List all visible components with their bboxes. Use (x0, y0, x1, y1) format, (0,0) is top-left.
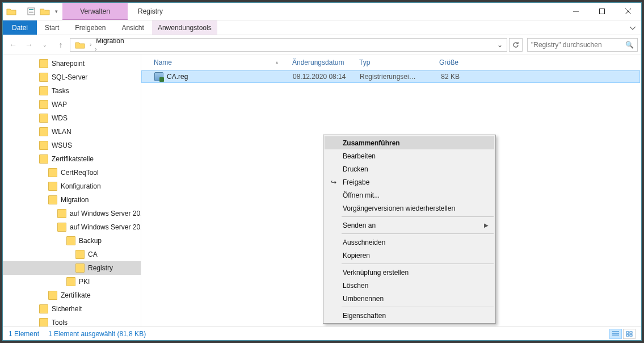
new-folder-icon[interactable] (39, 5, 51, 18)
address-dropdown-icon[interactable]: ⌄ (495, 41, 505, 49)
tab-file[interactable]: Datei (3, 20, 37, 35)
column-name[interactable]: Name▴ (149, 58, 288, 66)
menu-separator (342, 233, 494, 234)
tree-node[interactable]: Migration (3, 193, 141, 207)
folder-icon[interactable] (5, 5, 18, 18)
menu-copy[interactable]: Kopieren (325, 249, 494, 262)
up-button[interactable]: ↑ (54, 38, 68, 52)
address-bar[interactable]: › AdminArea›Services›Zertifikatstelle›Mi… (70, 38, 507, 52)
tree-node-label: WAP (52, 101, 67, 108)
tree-node[interactable]: WLAN (3, 125, 141, 139)
menu-rename[interactable]: Umbenennen (325, 292, 494, 305)
tree-node[interactable]: Sicherheit (3, 302, 141, 316)
folder-icon (48, 182, 57, 191)
menu-open-with[interactable]: Öffnen mit... (325, 189, 494, 202)
folder-icon (39, 86, 48, 95)
menu-send-to[interactable]: Senden an▶ (325, 219, 494, 232)
menu-print[interactable]: Drucken (325, 162, 494, 175)
tree-node[interactable]: SQL-Server (3, 70, 141, 84)
details-view-button[interactable] (609, 329, 622, 339)
folder-icon (39, 141, 48, 150)
menu-delete[interactable]: Löschen (325, 279, 494, 292)
tab-app-tools[interactable]: Anwendungstools (152, 20, 217, 35)
chevron-right-icon[interactable]: › (93, 46, 98, 52)
column-size[interactable]: Größe (423, 58, 464, 66)
tree-node-label: CertReqTool (61, 169, 99, 177)
tree-node[interactable]: WDS (3, 111, 141, 125)
tree-node[interactable]: auf Windows Server 2016 (3, 207, 141, 220)
search-icon[interactable]: 🔍 (625, 41, 634, 49)
ribbon-expand-icon[interactable] (624, 20, 641, 35)
tree-node[interactable]: auf Windows Server 2019 (3, 220, 141, 234)
tree-node-label: CA (88, 250, 98, 258)
menu-share[interactable]: ↪Freigabe (325, 175, 494, 189)
tab-view[interactable]: Ansicht (113, 20, 151, 35)
tree-node-label: Zertifikatstelle (52, 155, 94, 163)
context-menu: Zusammenführen Bearbeiten Drucken ↪Freig… (323, 135, 496, 324)
tree-node[interactable]: Konfiguration (3, 179, 141, 193)
search-box[interactable]: 🔍 (527, 38, 638, 52)
svg-rect-5 (626, 332, 629, 333)
svg-rect-4 (600, 9, 605, 14)
tree-node-label: Registry (88, 264, 113, 272)
list-pane: Name▴ Änderungsdatum Typ Größe CA.reg 08… (141, 55, 641, 327)
tree-node[interactable]: Backup (3, 234, 141, 248)
tree-node[interactable]: Sharepoint (3, 57, 141, 70)
ribbon-tabs: Datei Start Freigeben Ansicht Anwendungs… (3, 20, 641, 35)
tree-node[interactable]: CA (3, 248, 141, 261)
chevron-right-icon[interactable]: › (88, 41, 93, 48)
sort-asc-icon: ▴ (276, 60, 278, 65)
menu-cut[interactable]: Ausschneiden (325, 236, 494, 249)
maximize-button[interactable] (589, 3, 615, 20)
file-row[interactable]: CA.reg 08.12.2020 08:14 Registrierungsei… (141, 70, 640, 83)
menu-edit[interactable]: Bearbeiten (325, 149, 494, 162)
forward-button[interactable]: → (22, 38, 36, 52)
breadcrumb-item[interactable]: Migration (93, 38, 176, 45)
folder-icon (48, 168, 57, 177)
back-button[interactable]: ← (6, 38, 20, 52)
tree-node[interactable]: Tools (3, 316, 141, 327)
tree-node-label: Migration (61, 196, 89, 204)
tree-node[interactable]: Zertifikate (3, 288, 141, 302)
properties-icon[interactable] (25, 5, 37, 18)
tree-node[interactable]: Tasks (3, 84, 141, 98)
tree-node[interactable]: Registry (3, 261, 141, 275)
folder-icon (66, 236, 75, 245)
status-bar: 1 Element 1 Element ausgewählt (81,8 KB) (3, 327, 641, 340)
folder-icon (39, 59, 48, 68)
tree-node[interactable]: WSUS (3, 139, 141, 152)
tree-node[interactable]: WAP (3, 98, 141, 111)
tree-node[interactable]: PKI (3, 275, 141, 288)
menu-restore-versions[interactable]: Vorgängerversionen wiederherstellen (325, 202, 494, 215)
close-button[interactable] (615, 3, 641, 20)
qat-dropdown-icon[interactable]: ▾ (52, 5, 60, 18)
search-input[interactable] (531, 41, 625, 49)
explorer-window: ▾ Verwalten Registry Datei Start Freigeb… (2, 2, 642, 341)
tree-node-label: WSUS (52, 141, 72, 149)
folder-icon (39, 73, 48, 82)
column-date[interactable]: Änderungsdatum (288, 58, 355, 66)
menu-shortcut[interactable]: Verknüpfung erstellen (325, 266, 494, 279)
menu-merge[interactable]: Zusammenführen (325, 136, 494, 149)
menu-separator (342, 263, 494, 264)
tree-node-label: Tasks (52, 87, 69, 95)
folder-icon (39, 127, 48, 136)
recent-dropdown-icon[interactable]: ⌄ (38, 38, 52, 52)
window-title: Registry (128, 3, 563, 20)
title-bar: ▾ Verwalten Registry (3, 3, 641, 20)
svg-rect-7 (626, 334, 629, 336)
folder-icon (39, 318, 48, 327)
menu-properties[interactable]: Eigenschaften (325, 309, 494, 322)
minimize-button[interactable] (563, 3, 589, 20)
tree-node[interactable]: Zertifikatstelle (3, 152, 141, 166)
column-type[interactable]: Typ (355, 58, 423, 66)
tree-node-label: Zertifikate (61, 291, 91, 299)
tree-node[interactable]: CertReqTool (3, 166, 141, 179)
tab-share[interactable]: Freigeben (67, 20, 113, 35)
tab-home[interactable]: Start (37, 20, 67, 35)
refresh-button[interactable] (509, 38, 523, 52)
tree-pane[interactable]: SharepointSQL-ServerTasksWAPWDSWLANWSUSZ… (3, 55, 141, 327)
large-icons-view-button[interactable] (623, 329, 635, 339)
tree-node-label: Sicherheit (52, 305, 82, 313)
folder-icon (57, 209, 66, 218)
